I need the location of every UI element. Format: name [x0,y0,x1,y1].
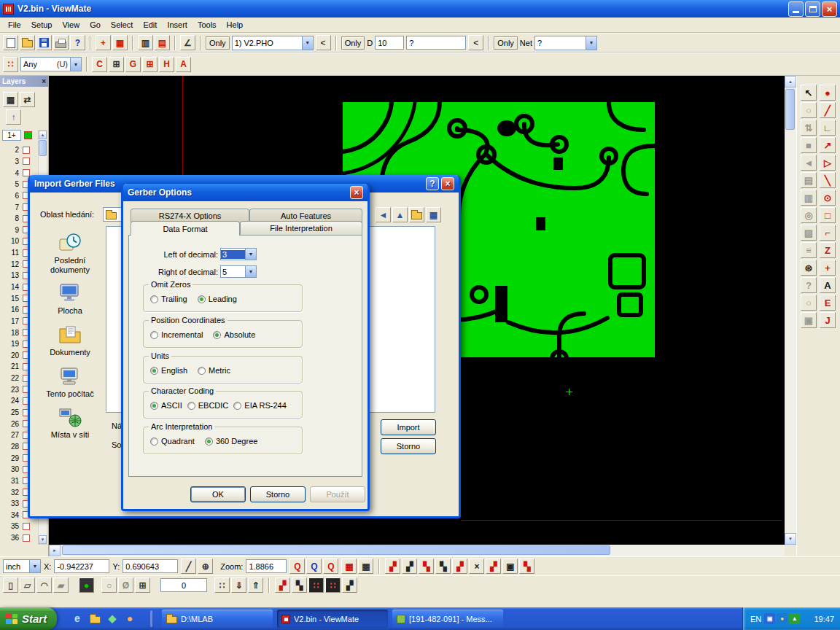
taskbar-divider[interactable] [150,610,152,627]
target-tool-button[interactable]: ◎ [801,207,817,223]
print-button[interactable] [53,35,69,50]
up-level-button[interactable]: ▲ [392,207,408,222]
aperture-filter-combo[interactable]: Any (U) ▼ [20,57,82,71]
zoom-field[interactable]: 1.8866 [246,559,287,573]
quicklaunch-browser-button[interactable]: ● [122,610,137,626]
y-coordinate-field[interactable]: 0.690643 [122,559,178,573]
rotate-button[interactable]: ◠ [36,578,52,593]
dcode-view-2-button[interactable]: ▞ [402,559,417,574]
draw-cross-button[interactable]: + [820,260,836,276]
select-diameter-button[interactable]: Ø [118,578,133,593]
open-file-button[interactable] [20,35,35,50]
radio-trailing[interactable]: Trailing [150,295,187,303]
scroll-down-button[interactable]: ▼ [39,535,47,544]
scroll-right-button[interactable]: ► [49,545,61,556]
dcode-input[interactable]: 10 [375,36,404,50]
menu-setup[interactable]: Setup [26,19,58,31]
layer-combo[interactable]: 1) V2.PHO ▼ [232,36,314,50]
aperture-c-button[interactable]: C [92,57,107,72]
scrollbar-thumb[interactable] [39,140,47,156]
aperture-grid-button[interactable]: ⊞ [142,57,158,72]
tray-volume-icon[interactable]: ● [777,613,788,624]
draw-vector-button[interactable]: ↗ [820,137,836,153]
draw-backline-button[interactable]: ╲ [820,172,836,188]
dialog-close-button[interactable]: × [350,186,363,199]
cancel-button[interactable]: Storno [250,486,306,502]
menu-go[interactable]: Go [85,19,106,31]
radio-leading[interactable]: Leading [198,295,237,303]
language-indicator[interactable]: EN [750,615,761,623]
tab-data-format[interactable]: Data Format [131,221,240,236]
hatch-tool-button[interactable]: ▨ [801,225,817,241]
taskbar-window-d-mlab[interactable]: D:\MLAB [162,610,273,628]
highlight-pattern-button[interactable]: ▤ [155,35,170,50]
minimize-button[interactable] [788,1,804,17]
radio-ebcdic[interactable]: EBCDIC [187,401,229,410]
layer-color-swatch[interactable] [23,147,30,154]
only-net-toggle[interactable]: Only [494,36,518,50]
layer-row[interactable]: 3 [0,156,36,168]
draw-corner-button[interactable]: ⌐ [820,225,836,241]
place-network[interactable]: Místa v síti [36,405,104,440]
select-circle-button[interactable]: ○ [101,578,117,593]
draw-polyline-button[interactable]: ∟ [820,120,836,136]
place-desktop[interactable]: Plocha [36,281,104,316]
place-recent[interactable]: Poslední dokumenty [36,230,104,274]
draw-triangle-button[interactable]: ▷ [820,155,836,171]
dcode-view-6-button[interactable]: × [469,559,484,574]
cancel-button[interactable]: Storno [381,438,436,454]
layers-close-button[interactable]: × [42,78,46,85]
scroll-down-button[interactable]: ▼ [785,533,796,545]
menu-file[interactable]: File [3,19,26,31]
scroll-up-button[interactable]: ▲ [785,76,796,88]
text-tool-button[interactable]: A [820,277,836,293]
dialog-help-button[interactable]: ? [426,177,439,190]
start-button[interactable]: Start [0,607,57,630]
layer-color-swatch[interactable] [23,523,30,530]
gerber-dialog-titlebar[interactable]: Gerber Options × [123,184,368,201]
scroll-up-button[interactable]: ▲ [39,131,47,139]
pattern-5-button[interactable]: ▞ [342,578,357,593]
layer-table-button[interactable]: ▦ [3,92,18,107]
page-flip-button[interactable]: ▯ [3,578,18,593]
aperture-pattern-button[interactable]: ∷ [3,57,18,72]
zoom-in-button[interactable]: Q [289,559,305,574]
unit-combo[interactable]: inch ▼ [3,559,41,573]
layer-up-button[interactable]: ↑ [6,109,21,125]
prev-dcode-button[interactable]: < [468,35,483,50]
edit-element-button[interactable]: E [820,295,836,311]
tray-shield-icon[interactable]: ▲ [789,613,800,624]
dcode-columns-button[interactable]: ▥ [138,35,153,50]
dcode-view-5-button[interactable]: ▞ [452,559,467,574]
draw-line-button[interactable]: ╱ [820,102,836,118]
grid-table-button[interactable]: ⊞ [135,578,150,593]
film-pattern-button[interactable]: ▦ [112,35,128,50]
levels-tool-button[interactable]: ≡ [801,242,817,258]
quicklaunch-folder-button[interactable] [88,610,102,626]
swap-view-button[interactable]: ⇅ [801,120,817,136]
dcode-view-8-button[interactable]: ▣ [502,559,518,574]
filled-mode-button[interactable]: ■ [801,137,817,153]
dot-grid-button[interactable]: ∷ [214,578,230,593]
radio-ascii[interactable]: ASCII [150,401,182,410]
measure-angle-button[interactable]: ∠ [180,35,195,50]
layers-panel-header[interactable]: Layers × [0,76,48,87]
measure-line-button[interactable]: ╱ [181,559,196,574]
layer-row[interactable]: 2 [0,144,36,156]
prev-layer-button[interactable]: < [316,35,331,50]
pattern-4-button[interactable]: ∷ [325,578,341,593]
radio-360-degree[interactable]: 360 Degree [205,437,258,446]
outline-mode-button[interactable]: ◄ [801,155,817,171]
menu-view[interactable]: View [57,19,85,31]
draw-circle-button[interactable]: ⊙ [820,190,836,206]
pattern-1-button[interactable]: ▞ [275,578,290,593]
menu-help[interactable]: Help [222,19,249,31]
radio-incremental[interactable]: Incremental [150,330,203,339]
layer-color-swatch[interactable] [23,534,30,542]
table-view-button[interactable]: ▥ [801,190,817,206]
zoom-window-button[interactable]: Q [306,559,322,574]
online-mode-button[interactable]: ● [79,578,94,593]
clock[interactable]: 19:47 [814,615,834,623]
draw-hook-button[interactable]: J [820,312,836,328]
ok-button[interactable]: OK [190,486,246,502]
